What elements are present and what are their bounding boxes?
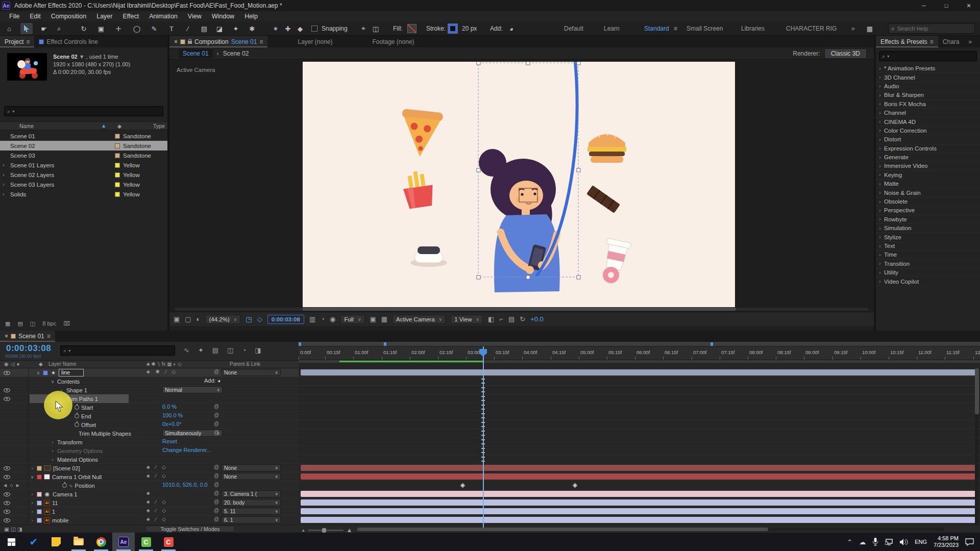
category-name[interactable]: Channel bbox=[884, 110, 906, 116]
panel-menu-icon[interactable]: ≡ bbox=[26, 38, 30, 45]
twirl-icon[interactable]: › bbox=[876, 66, 884, 71]
composition-canvas[interactable] bbox=[303, 62, 735, 307]
layer-duration-bar[interactable] bbox=[301, 491, 977, 497]
project-list-item[interactable]: Scene 01 Sandstone bbox=[0, 131, 167, 141]
view-layout-dropdown[interactable]: 1 View∨ bbox=[451, 315, 483, 324]
category-name[interactable]: Time bbox=[884, 252, 897, 258]
category-name[interactable]: Audio bbox=[884, 83, 899, 89]
item-name[interactable]: Solids bbox=[10, 191, 26, 197]
stopwatch-icon[interactable] bbox=[75, 422, 79, 427]
effects-category[interactable]: › * Animation Presets bbox=[876, 64, 980, 73]
category-name[interactable]: * Animation Presets bbox=[884, 65, 935, 71]
timeline-jump-icon[interactable]: ⌐ bbox=[499, 315, 503, 323]
pick-whip-icon[interactable]: @ bbox=[214, 490, 219, 496]
twirl-icon[interactable]: › bbox=[876, 172, 884, 178]
layer-duration-bar[interactable] bbox=[301, 369, 977, 375]
category-name[interactable]: Stylize bbox=[884, 234, 901, 240]
row-name[interactable]: Material Options bbox=[57, 457, 98, 463]
av-rail[interactable]: ◀ ◇ ▶ bbox=[0, 481, 29, 490]
panel-menu-icon[interactable]: ≡ bbox=[930, 38, 934, 45]
show-snapshot-icon[interactable]: ◔ bbox=[321, 315, 325, 323]
effects-category[interactable]: › Utility bbox=[876, 268, 980, 277]
keyframe-icon[interactable] bbox=[573, 483, 578, 488]
twirl-icon[interactable]: › bbox=[0, 191, 7, 197]
eye-icon[interactable] bbox=[4, 397, 10, 401]
workspace-learn[interactable]: Learn bbox=[604, 25, 620, 32]
timeline-row[interactable]: ∨ Camera 1 Orbit Null @ None∨ ♣∕◇ bbox=[0, 472, 980, 481]
track-lane[interactable] bbox=[299, 490, 980, 498]
timeline-vertical-scrollbar[interactable] bbox=[975, 368, 979, 524]
effects-search[interactable]: ⌕▾ bbox=[879, 51, 977, 61]
track-lane[interactable] bbox=[299, 403, 980, 412]
item-label[interactable]: Sandstone bbox=[115, 133, 151, 139]
preview-item-name[interactable]: Scene 02 bbox=[53, 54, 78, 60]
timeline-row[interactable]: › Transform Reset bbox=[0, 438, 980, 446]
twirl-icon[interactable]: › bbox=[50, 457, 55, 462]
track-lane[interactable] bbox=[299, 455, 980, 464]
row-name[interactable]: Geometry Options bbox=[57, 448, 103, 454]
effects-category[interactable]: › Simulation bbox=[876, 224, 980, 233]
resolution-dropdown[interactable]: Full∨ bbox=[340, 315, 364, 324]
twirl-icon[interactable]: › bbox=[0, 182, 7, 187]
item-name[interactable]: Scene 03 bbox=[10, 153, 35, 159]
av-rail[interactable] bbox=[0, 472, 29, 481]
panel-grid-icon[interactable]: ▦ bbox=[864, 23, 876, 34]
help-search[interactable]: ⌕ bbox=[888, 23, 975, 34]
av-rail[interactable] bbox=[0, 507, 29, 516]
tab-effect-controls[interactable]: Effect Controls line bbox=[34, 36, 103, 47]
row-name[interactable]: Camera 1 bbox=[53, 491, 77, 497]
add-shape-icon[interactable]: ◕ bbox=[505, 23, 518, 34]
timeline-row[interactable]: ∨ Trim Paths 1 bbox=[0, 394, 980, 403]
parent-link-header[interactable]: Parent & Link bbox=[230, 361, 260, 367]
workspace-small-screen[interactable]: Small Screen bbox=[687, 25, 723, 32]
menu-item[interactable]: Window bbox=[207, 13, 239, 20]
category-name[interactable]: Boris FX Mocha bbox=[884, 101, 926, 107]
twirl-icon[interactable]: › bbox=[876, 216, 884, 222]
property-value[interactable]: 1010.0, 526.0, 0.0 bbox=[162, 482, 208, 488]
menu-item[interactable]: File bbox=[4, 13, 24, 20]
layer-duration-bar[interactable] bbox=[301, 508, 977, 514]
timeline-horizontal-scrollbar[interactable] bbox=[357, 528, 944, 531]
property-value[interactable]: 0x+0.0° bbox=[162, 421, 182, 427]
category-name[interactable]: Matte bbox=[884, 181, 899, 187]
eye-icon[interactable] bbox=[4, 518, 10, 522]
row-name[interactable]: [Scene 02] bbox=[53, 465, 80, 471]
timeline-row[interactable]: › [Scene 02] @ None∨ ♣∕◇ bbox=[0, 464, 980, 472]
add-shape-control[interactable]: Add: bbox=[204, 378, 220, 384]
panel-menu-icon[interactable]: ≡ bbox=[259, 38, 263, 45]
effects-category[interactable]: › Text bbox=[876, 242, 980, 251]
pick-whip-icon[interactable]: @ bbox=[214, 499, 219, 505]
selection-tool-icon[interactable] bbox=[20, 23, 33, 34]
twirl-icon[interactable]: › bbox=[876, 145, 884, 151]
row-name[interactable]: Transform bbox=[57, 439, 83, 445]
eye-icon[interactable] bbox=[4, 510, 10, 514]
track-lane[interactable] bbox=[299, 498, 980, 507]
effects-category[interactable]: › Expression Controls bbox=[876, 144, 980, 153]
effects-category[interactable]: › Video Copilot bbox=[876, 277, 980, 286]
av-rail[interactable] bbox=[0, 490, 29, 498]
stopwatch-icon[interactable] bbox=[75, 405, 79, 410]
track-lane[interactable] bbox=[299, 377, 980, 386]
av-rail[interactable] bbox=[0, 403, 29, 412]
av-rail[interactable] bbox=[0, 464, 29, 472]
renderer-button[interactable]: Classic 3D bbox=[824, 48, 867, 59]
menu-item[interactable]: Layer bbox=[91, 13, 117, 20]
effects-category[interactable]: › Matte bbox=[876, 180, 980, 188]
pen-tool-icon[interactable]: ✎ bbox=[148, 23, 160, 34]
project-list-item[interactable]: › Scene 03 Layers Yellow bbox=[0, 180, 167, 189]
av-rail[interactable] bbox=[0, 429, 29, 438]
layer-switches[interactable]: ♣∕◇ bbox=[146, 516, 201, 522]
category-name[interactable]: Color Correction bbox=[884, 128, 927, 134]
layer-label-chip[interactable] bbox=[37, 466, 42, 471]
transparency-grid-icon[interactable]: ▦ bbox=[381, 315, 387, 323]
layer-name-header[interactable]: Layer Name bbox=[48, 361, 76, 367]
row-name[interactable]: Shape 1 bbox=[66, 387, 87, 393]
eye-icon[interactable] bbox=[4, 371, 10, 375]
track-lane[interactable] bbox=[299, 438, 980, 446]
twirl-icon[interactable]: › bbox=[876, 92, 884, 98]
effects-category[interactable]: › Time bbox=[876, 251, 980, 259]
row-name[interactable]: Camera 1 Orbit Null bbox=[52, 474, 102, 480]
twirl-icon[interactable]: ∨ bbox=[30, 474, 35, 480]
camera-dropdown[interactable]: Active Camera∨ bbox=[393, 315, 446, 324]
project-list-item[interactable]: Scene 03 Sandstone bbox=[0, 151, 167, 160]
